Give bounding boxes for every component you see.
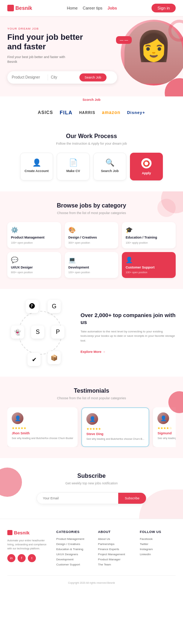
companies-title: Over 2,000+ top companies join with us xyxy=(81,312,176,326)
footer-twitter[interactable]: Twitter xyxy=(140,542,176,546)
category-icon-uiux: 💬 xyxy=(11,256,57,263)
testimonials-section: Testimonials Choose from the list of mos… xyxy=(0,377,183,458)
footer-product-manager[interactable]: Product Manager xyxy=(98,558,134,561)
testimonials-row: 👤 ★★★★★ Jhon Smith See why leading and B… xyxy=(7,407,176,447)
search-bar: Search Job xyxy=(7,71,117,84)
footer-finance[interactable]: Finance Experts xyxy=(98,548,134,551)
testimonial-2: 👤 ★★★★★ Steve Ding See why leading and B… xyxy=(81,407,149,447)
footer-about-title: ABOUT xyxy=(98,530,134,534)
category-product-management[interactable]: ⚙️ Product Management 100+ open position xyxy=(7,222,61,248)
logo-text: Besnik xyxy=(15,5,32,11)
hero-subtitle: Find your best job better and faster wit… xyxy=(7,55,73,65)
companies-section: 🅟 G 👻 S P 📦 ✔ Over 2,000+ top companies … xyxy=(0,289,183,377)
step-label-apply: Apply xyxy=(134,171,159,175)
category-title-cs: Customer Support xyxy=(126,266,172,270)
footer-the-team[interactable]: The Team xyxy=(98,563,134,566)
companies-logos: 🅟 G 👻 S P 📦 ✔ xyxy=(7,296,73,369)
footer-link-uiux[interactable]: UI/UX Designers xyxy=(56,553,92,556)
name-2: Steve Ding xyxy=(86,432,144,436)
step-icon-search: 🔍 xyxy=(97,158,122,167)
step-icon-apply-circle: ⭕ xyxy=(141,158,152,168)
nav-logo[interactable]: Besnik xyxy=(7,5,32,11)
testimonials-subtitle: Choose from the list of most popular cat… xyxy=(7,396,176,400)
category-count-cs: 100+ open position xyxy=(126,271,172,274)
category-count-edu: 100+ apply position xyxy=(126,241,172,244)
nav-career-tips[interactable]: Career tips xyxy=(83,6,102,10)
search-button[interactable]: Search Job xyxy=(79,73,107,81)
category-development[interactable]: 💻 Development 100+ open position xyxy=(65,252,119,278)
explore-more-link[interactable]: Explore More → xyxy=(81,350,106,354)
stars-3: ★★★★☆ xyxy=(157,426,176,430)
footer-description: Automate your entire headhunter hiring, … xyxy=(7,538,51,551)
footer-link-cs[interactable]: Customer Support xyxy=(56,563,92,566)
footer-linkedin[interactable]: LinkedIn xyxy=(140,553,176,556)
job-search-input[interactable] xyxy=(12,75,45,79)
footer-link-pm[interactable]: Product Management xyxy=(56,537,92,541)
browse-subtitle: Choose from the list of most popular cat… xyxy=(7,211,176,215)
testimonials-title: Testimonials xyxy=(7,388,176,394)
category-icon-dev: 💻 xyxy=(68,256,115,263)
step-create-account: 👤 Create Account xyxy=(20,153,53,180)
footer-copyright: Copyright 2020 All rights reserved Besni… xyxy=(7,575,176,584)
work-process-title: Our Work Process xyxy=(7,133,176,140)
footer-project-mgmt[interactable]: Project Management xyxy=(98,553,134,556)
category-title-edu: Education / Training xyxy=(126,236,172,240)
social-facebook[interactable]: f xyxy=(18,554,26,562)
brand-harris: HARRIS xyxy=(79,111,95,115)
category-education[interactable]: 🎓 Education / Training 100+ apply positi… xyxy=(122,222,176,248)
category-design[interactable]: 🎨 Design / Creatives 300+ open position xyxy=(65,222,119,248)
company-icon-snapchat: 👻 xyxy=(11,325,24,339)
stars-2: ★★★★★ xyxy=(86,427,144,431)
avatar-1: 👤 xyxy=(12,412,23,424)
footer-link-design[interactable]: Design / Creatives xyxy=(56,542,92,546)
brands-section: ASICS FILA HARRIS amazon Disney+ xyxy=(0,103,183,122)
step-apply[interactable]: ⭕ Apply xyxy=(130,153,163,180)
footer-logo-icon xyxy=(7,530,12,535)
nav-links: Home Career tips Jobs xyxy=(67,6,117,10)
nav-home[interactable]: Home xyxy=(67,6,78,10)
footer-partnerships[interactable]: Partnerships xyxy=(98,542,134,546)
company-icon-nike: ✔ xyxy=(27,353,41,366)
signin-button[interactable]: Sign in xyxy=(152,4,176,12)
subscribe-wave xyxy=(139,489,183,519)
social-twitter[interactable]: t xyxy=(28,554,36,562)
category-uiux[interactable]: 💬 UI/UX Desiger 800+ open position xyxy=(7,252,61,278)
text-3: See why leading choose Churn B... xyxy=(157,437,176,441)
avatar-3: 👤 xyxy=(157,412,169,424)
testimonial-3: 👤 ★★★★☆ Sigmund See why leading choose C… xyxy=(153,407,176,447)
step-make-cv: 📄 Make CV xyxy=(57,153,90,180)
footer-socials: in f t xyxy=(7,554,51,562)
footer-about-col: ABOUT About Us Partnerships Finance Expe… xyxy=(98,530,134,568)
footer-follow-title: Follow Us xyxy=(140,530,176,534)
footer-categories-col: CATEGORIES Product Management Design / C… xyxy=(56,530,92,568)
company-icon-skype: S xyxy=(31,325,44,339)
footer-instagram[interactable]: Instagram xyxy=(140,548,176,551)
footer-link-dev[interactable]: Development xyxy=(56,558,92,561)
text-1: See why leading and Butcherfox choose Ch… xyxy=(12,437,73,441)
scorch-job-label: Scorch Job xyxy=(0,96,183,103)
subscribe-email-input[interactable] xyxy=(37,493,118,504)
subscribe-section: Subscribe Get weekly top new jobs notifi… xyxy=(0,458,183,519)
subscribe-button[interactable]: Subscribe xyxy=(118,493,146,504)
step-icon-create: 👤 xyxy=(24,158,49,167)
name-1: Jhon Smith xyxy=(12,431,73,435)
category-count-dev: 100+ open position xyxy=(68,271,115,274)
subscribe-title: Subscribe xyxy=(7,473,176,479)
category-title-pm: Product Management xyxy=(11,236,57,240)
step-search-job: 🔍 Search Job xyxy=(93,153,126,180)
browse-blob-2 xyxy=(157,199,176,217)
search-divider xyxy=(48,75,48,80)
category-title-dev: Development xyxy=(68,266,115,270)
footer-grid: Besnik Automate your entire headhunter h… xyxy=(7,530,176,568)
footer-link-edu[interactable]: Education & Training xyxy=(56,548,92,551)
brand-asics: ASICS xyxy=(38,110,53,115)
city-search-input[interactable] xyxy=(51,75,76,79)
nav-jobs[interactable]: Jobs xyxy=(108,6,117,10)
footer-facebook[interactable]: Facebook xyxy=(140,537,176,541)
footer-about-us[interactable]: About Us xyxy=(98,537,134,541)
social-instagram[interactable]: in xyxy=(7,554,15,562)
category-customer-support[interactable]: 👤 Customer Support 100+ open position xyxy=(122,252,176,278)
category-title-uiux: UI/UX Desiger xyxy=(11,266,57,270)
navbar: Besnik Home Career tips Jobs Sign in xyxy=(0,0,183,16)
subscribe-blob xyxy=(0,468,22,497)
